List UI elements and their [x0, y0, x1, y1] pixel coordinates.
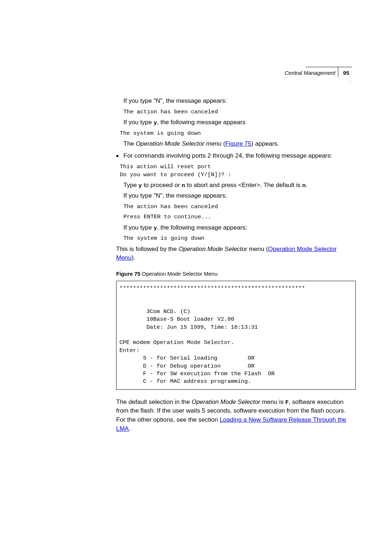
code-press-enter: Press ENTER to continue...	[123, 213, 356, 221]
page-number: 95	[343, 69, 349, 77]
text: If you type	[123, 224, 154, 231]
text: ) appears.	[252, 140, 279, 147]
paragraph-n-message: If you type "N", the message appears:	[123, 97, 356, 106]
operation-mode-selector-box: ****************************************…	[116, 281, 356, 390]
paragraph-type-y-n: Type y to proceed or n to abort and pres…	[123, 181, 356, 190]
figure-caption: Figure 75 Operation Mode Selector Menu	[116, 270, 356, 278]
paragraph-y-message: If you type y, the following message app…	[123, 118, 356, 127]
header-rule	[306, 67, 352, 67]
bullet-text: For commands involving ports 2 through 2…	[123, 151, 356, 161]
text: to abort and press <Enter>. The default …	[185, 182, 302, 189]
bullet-ports-2-24: ■ For commands involving ports 2 through…	[116, 151, 356, 161]
code-action-canceled-2: The action has been canceled	[123, 203, 356, 211]
figure-title: Operation Mode Selector Menu	[140, 271, 218, 277]
text: .	[306, 182, 307, 189]
key-n-default: n	[302, 182, 306, 189]
text: (	[221, 140, 225, 147]
bullet-marker: ■	[116, 151, 123, 161]
paragraph-followed-by: This is followed by the Operation Mode S…	[116, 245, 356, 263]
figure-label: Figure 75	[116, 271, 140, 277]
text: Type	[123, 182, 139, 189]
key-n: n	[182, 182, 185, 189]
text: menu (	[247, 246, 268, 252]
paragraph-y-message-2: If you type y, the following message app…	[123, 223, 356, 232]
text: ).	[132, 254, 135, 261]
content-area: If you type "N", the message appears: Th…	[116, 97, 356, 436]
key-f: F	[285, 399, 289, 406]
menu-name: Operation Mode Selector menu	[136, 140, 221, 147]
text: The default selection in the	[116, 398, 192, 405]
header-section: Central Management	[285, 69, 335, 77]
paragraph-opmode-appears: The Operation Mode Selector menu (Figure…	[123, 139, 356, 149]
code-reset-port: This action will reset port Do you want …	[120, 163, 356, 179]
menu-name: Operation Mode Selector	[192, 398, 260, 405]
text: .	[129, 425, 131, 432]
text: The	[123, 140, 136, 147]
header-dots: · · · · ·· · ·	[338, 78, 353, 83]
paragraph-default-selection: The default selection in the Operation M…	[116, 398, 356, 434]
header-vertical-rule	[338, 67, 338, 77]
paragraph-n-message-2: If you type "N", the message appears:	[123, 191, 356, 200]
text: , the following message appears	[157, 119, 245, 126]
text: This is followed by the	[116, 246, 179, 252]
code-going-down-1: The system is going down	[120, 129, 356, 137]
figure-link[interactable]: Figure 75	[225, 140, 252, 147]
text: , the following message appears:	[157, 224, 247, 231]
text: If you type	[123, 119, 154, 126]
key-y: y	[139, 182, 142, 189]
code-action-canceled-1: The action has been canceled	[123, 108, 356, 116]
menu-name: Operation Mode Selector	[179, 246, 247, 252]
text: menu is	[260, 398, 285, 405]
text: to proceed or	[142, 182, 182, 189]
page: Central Management 95 · · · · ·· · · If …	[0, 0, 392, 555]
code-going-down-2: The system is going down	[123, 234, 356, 242]
